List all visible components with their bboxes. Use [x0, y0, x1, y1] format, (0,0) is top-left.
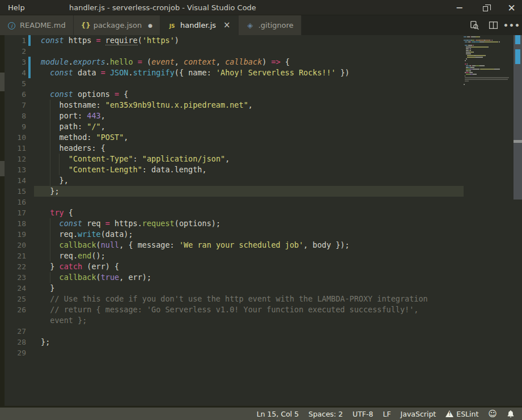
status-feedback[interactable]: ☺	[488, 409, 497, 419]
code-line[interactable]: path: "/",	[41, 121, 105, 132]
code-line[interactable]: // Use this code if you don't use the ht…	[41, 294, 428, 304]
tab-label: package.json	[94, 21, 142, 29]
editor[interactable]: 1234567891011121314151617181920212223242…	[0, 35, 522, 406]
more-actions-icon[interactable]: •••	[506, 20, 517, 31]
tab-readme-md[interactable]: iREADME.md	[0, 15, 74, 35]
tab-label: handler.js	[180, 21, 216, 29]
tab-close-icon[interactable]: ×	[223, 21, 231, 29]
code-line[interactable]: callback(null, { message: 'We ran your s…	[41, 240, 350, 251]
open-preview-icon[interactable]	[469, 20, 480, 31]
tab-package-json[interactable]: {}package.json●	[74, 15, 160, 35]
vscode-window: Help handler.js - serverless-cronjob - V…	[0, 0, 522, 420]
tab-label: .gitignore	[258, 21, 294, 29]
status-label: ESLint	[456, 410, 478, 418]
tabs-container: iREADME.md{}package.json●JShandler.js×◈.…	[0, 15, 302, 35]
braces-icon: {}	[81, 22, 91, 29]
minimap[interactable]	[464, 36, 513, 87]
status-bar: Ln 15, Col 5Spaces: 2UTF-8LFJavaScriptES…	[0, 406, 522, 420]
modified-dot-icon: ●	[148, 23, 152, 28]
warning-icon	[445, 410, 453, 417]
close-icon[interactable]: ✕	[507, 3, 516, 12]
status-indentation[interactable]: Spaces: 2	[308, 410, 343, 418]
modified-marker	[515, 35, 520, 44]
code-line[interactable]: callback(true, err);	[41, 272, 151, 283]
status-notifications[interactable]	[507, 410, 515, 418]
code-line[interactable]: method: "POST",	[41, 132, 128, 143]
status-encoding[interactable]: UTF-8	[353, 410, 373, 418]
menu-item-help[interactable]: Help	[0, 3, 33, 12]
code-line[interactable]: port: 443,	[41, 111, 105, 121]
editor-actions: •••	[469, 15, 517, 35]
title-bar: Help handler.js - serverless-cronjob - V…	[0, 0, 522, 15]
js-icon: JS	[169, 23, 175, 29]
code-line[interactable]: module.exports.hello = (event, context, …	[41, 57, 290, 67]
status-label: UTF-8	[353, 410, 373, 418]
window-title: handler.js - serverless-cronjob - Visual…	[69, 0, 256, 15]
code-line[interactable]: "Content-Type": "application/json",	[41, 154, 230, 164]
code-line[interactable]: try {	[41, 207, 73, 218]
status-label: JavaScript	[401, 410, 436, 418]
window-edge-strip	[0, 35, 5, 406]
status-cursor-position[interactable]: Ln 15, Col 5	[257, 410, 299, 418]
code-line[interactable]: headers: {	[41, 143, 105, 154]
code-line[interactable]: hostname: "en35x9nb9ltnu.x.pipedream.net…	[41, 100, 253, 111]
status-eol[interactable]: LF	[383, 410, 391, 418]
modified-marker	[515, 49, 520, 64]
restore-icon[interactable]	[481, 3, 490, 12]
code-line[interactable]: // return { message: 'Go Serverless v1.0…	[41, 304, 418, 315]
code-line[interactable]: event };	[41, 315, 87, 326]
split-editor-icon[interactable]	[487, 20, 499, 31]
status-label: Ln 15, Col 5	[257, 410, 299, 418]
code-line[interactable]: req.write(data);	[41, 229, 133, 240]
tab--gitignore[interactable]: ◈.gitignore	[239, 15, 302, 35]
modified-line-indicator	[28, 67, 31, 78]
minimize-icon[interactable]: −	[455, 3, 464, 12]
overview-ruler	[513, 35, 522, 406]
modified-line-indicator	[28, 35, 31, 46]
code-line[interactable]: },	[41, 175, 69, 186]
code-line[interactable]: };	[41, 337, 50, 347]
scrollbar-band	[513, 140, 522, 143]
diamond-icon: ◈	[247, 21, 253, 29]
status-label: LF	[383, 410, 391, 418]
info-icon: i	[8, 22, 15, 29]
modified-line-indicator	[28, 57, 31, 67]
code-line[interactable]: }	[41, 283, 54, 294]
minimap-line	[464, 86, 513, 87]
current-line-highlight	[34, 186, 464, 197]
smiley-icon: ☺	[488, 409, 497, 419]
code-line[interactable]: } catch (err) {	[41, 261, 119, 272]
code-line[interactable]: };	[41, 186, 60, 197]
tab-label: README.md	[20, 21, 66, 29]
tab-handler-js[interactable]: JShandler.js×	[160, 15, 239, 35]
status-eslint[interactable]: ESLint	[445, 410, 478, 418]
code-line[interactable]: "Content-Length": data.length,	[41, 164, 207, 175]
bell-icon	[507, 410, 515, 418]
status-label: Spaces: 2	[308, 410, 343, 418]
code-line[interactable]: const https = require('https')	[41, 35, 179, 46]
code-line[interactable]: const data = JSON.stringify({ name: 'Aho…	[41, 67, 350, 78]
tab-bar: iREADME.md{}package.json●JShandler.js×◈.…	[0, 15, 522, 35]
status-language[interactable]: JavaScript	[401, 410, 436, 418]
code-line[interactable]: req.end();	[41, 251, 105, 261]
window-controls: − ✕	[455, 0, 516, 15]
code-line[interactable]: const options = {	[41, 89, 128, 100]
code-line[interactable]: const req = https.request(options);	[41, 218, 220, 229]
